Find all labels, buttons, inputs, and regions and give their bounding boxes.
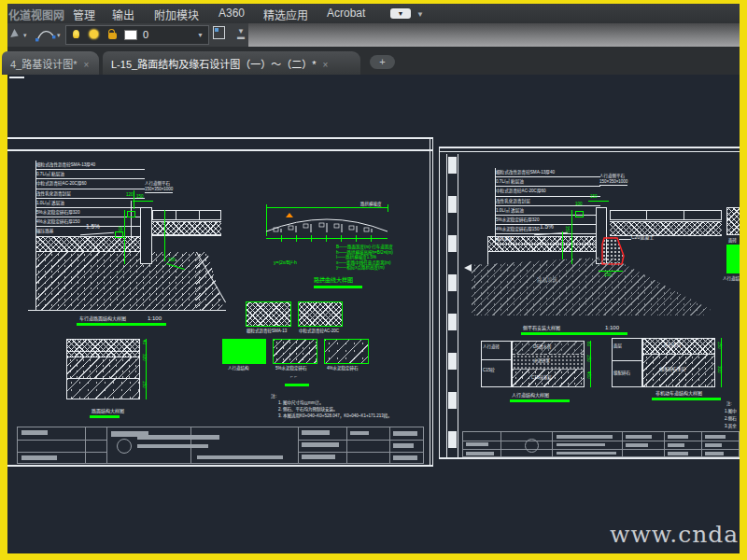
detail2-structure: 碎石面层 级配碎石垫层 — [642, 338, 715, 387]
curb-material-leader — [619, 239, 631, 240]
flyout-arrow-icon[interactable] — [12, 30, 19, 39]
dim-150: 150 — [136, 194, 144, 200]
tab2-close-icon[interactable]: × — [322, 60, 328, 70]
camber-title-underline — [314, 286, 362, 288]
model-space-canvas[interactable]: 细粒式改性沥青砼SMA-13厚40 0.7L/㎡ 粘层油 中粒式沥青砼AC-20… — [7, 75, 740, 553]
dim-box — [115, 231, 123, 238]
layer-dropdown-arrow-icon[interactable]: ▼ — [197, 32, 204, 38]
tab-pavement-curb-design[interactable]: L-15_路面结构及缘石设计图（一）～（二）*× — [103, 51, 360, 75]
left-sheet-border-right-inner — [432, 137, 433, 467]
detail2-dim: 150 — [717, 342, 722, 349]
menu-watermark-overlay: 化道视图网 — [8, 7, 64, 22]
camber-top-dim — [266, 207, 388, 208]
detail1-row-label: C15砼 — [482, 360, 511, 381]
legend-swatch-sidewalk — [222, 339, 266, 364]
camber-curve — [266, 217, 388, 233]
curb-callout-line1: 人行道侧平石 — [145, 181, 173, 187]
left-sheet-border-top-inner — [7, 149, 432, 151]
detail2-dim: 300 — [717, 366, 722, 373]
new-tab-button[interactable]: + — [370, 55, 395, 69]
extension-arrow — [464, 264, 472, 272]
left-sidewalk-base-hatch — [152, 221, 221, 235]
detail2-labels: 面层 级配碎石 — [612, 338, 642, 387]
legend-symbol-underline — [285, 384, 309, 386]
flyout-dropdown-icon[interactable]: ▾ — [23, 32, 27, 39]
struct-scale: 1:100 — [148, 315, 162, 321]
struct-dim-line — [146, 339, 147, 399]
properties-palette-button[interactable] — [213, 26, 229, 42]
struct-title-underline — [77, 323, 166, 326]
camber-tick — [311, 235, 312, 242]
right-sidewalk-slabs — [610, 210, 722, 220]
camber-tick — [296, 235, 297, 242]
struct-sub-title-underline — [90, 415, 120, 418]
spline-tool-icon[interactable] — [35, 28, 56, 42]
left-sheet-border-top-outer — [7, 137, 432, 139]
callout-line: 细粒式改性沥青砼SMA-13厚40 — [36, 161, 145, 170]
layer-unlock-icon[interactable] — [108, 33, 117, 39]
file-tabs-bar: 4_路基设计图*× L-15_路面结构及缘石设计图（一）～（二）*× + — [7, 47, 740, 75]
layer-thaw-sun-icon[interactable] — [90, 30, 98, 38]
band-label: 碎石面层 — [664, 343, 681, 348]
right-sheet-binding-line2 — [458, 154, 458, 457]
dim-line — [164, 210, 165, 261]
curb-callout-line1: 人行道侧平石 — [599, 174, 627, 179]
callout-leader-line — [131, 201, 132, 241]
menu-output[interactable]: 输出 — [112, 7, 134, 22]
camber-tick — [281, 235, 282, 242]
camber-title: 路拱曲线大样图 — [314, 277, 353, 283]
layer-dropdown[interactable]: 0 ▼ — [65, 25, 209, 45]
menu-featured-apps[interactable]: 精选应用 — [263, 7, 308, 22]
layer-color-swatch[interactable] — [124, 30, 137, 40]
detail1-dim: 60 — [586, 342, 591, 346]
binding-strip — [448, 157, 457, 455]
dim-350: 350 — [565, 226, 570, 233]
ribbon-collapse-arrow-icon[interactable]: ▼ — [416, 10, 424, 19]
toolbar-collapse-icon[interactable]: ▼▬ — [237, 29, 245, 40]
left-sidewalk-slabs — [152, 210, 221, 220]
dim-line — [133, 201, 153, 202]
note-line: 注: — [726, 401, 732, 407]
pavement-structure-diagram — [66, 339, 140, 399]
camber-axis-label: 路拱横坡度 — [360, 202, 382, 207]
note-line: 2. 侧石、平石均为预制块安装。 — [278, 407, 338, 413]
right-sheet-border-bottom — [439, 457, 740, 459]
tab1-close-icon[interactable]: × — [84, 60, 90, 70]
camber-tick — [371, 235, 372, 242]
right-sheet-binding-line — [446, 154, 447, 457]
menu-acrobat[interactable]: Acrobat — [327, 7, 365, 20]
detail1-dim: 150 — [586, 355, 591, 362]
spline-dropdown-icon[interactable]: ▾ — [57, 32, 61, 39]
note-line: 2.侧石 — [725, 416, 737, 422]
menu-a360[interactable]: A360 — [218, 7, 245, 20]
curb-callout-line2: 150×350×1000 — [145, 187, 173, 192]
band-label: C15砼基层 — [531, 375, 552, 381]
detail1-labels: 人行道砖 C15砼 — [481, 341, 512, 387]
layer-on-bulb-icon[interactable] — [73, 30, 79, 38]
legend-label: 细粒式沥青砼SMA-13 — [247, 329, 287, 334]
menu-addins[interactable]: 附加模块 — [154, 7, 199, 22]
right-curb-callout: 人行道侧平石 150×350×1000 — [599, 174, 627, 186]
struct-dim: 320 — [142, 354, 147, 361]
callout-line: 1.0L/㎡ 透层油 — [36, 199, 145, 208]
detail1-dim-line — [590, 341, 591, 387]
callout-line: 1.0L/㎡ 透层油 — [496, 206, 600, 216]
detail2-title: 非机动车道结构大样图 — [655, 390, 702, 396]
tab1-label: 4_路基设计图* — [10, 59, 78, 70]
dim-box — [127, 211, 135, 217]
detail1-dim: 450 — [586, 371, 591, 379]
legend-swatch-css5 — [273, 339, 317, 364]
legend-line: B——路面宽度(m)·行车道宽度 — [336, 245, 393, 250]
edge-swatch-label: 面砖 — [728, 238, 737, 244]
ribbon-flyout-button[interactable]: ▼ — [390, 8, 411, 19]
legend-label: 中粒式沥青砼AC-20C — [299, 329, 339, 334]
callout-line: 0.7L/㎡ 粘层油 — [496, 177, 600, 187]
dim-line — [134, 190, 134, 209]
left-title-block — [17, 427, 424, 464]
dim-100: 100 — [575, 202, 583, 207]
toolbar: ▾ ▾ 0 ▼ ▼▬ — [7, 23, 740, 47]
tab-roadbed-design[interactable]: 4_路基设计图*× — [2, 51, 99, 75]
callout-line: 中粒式沥青砼AC-20C厚60 — [36, 179, 145, 189]
menu-manage[interactable]: 管理 — [73, 7, 95, 22]
note-line: 3.其余 — [725, 424, 737, 429]
